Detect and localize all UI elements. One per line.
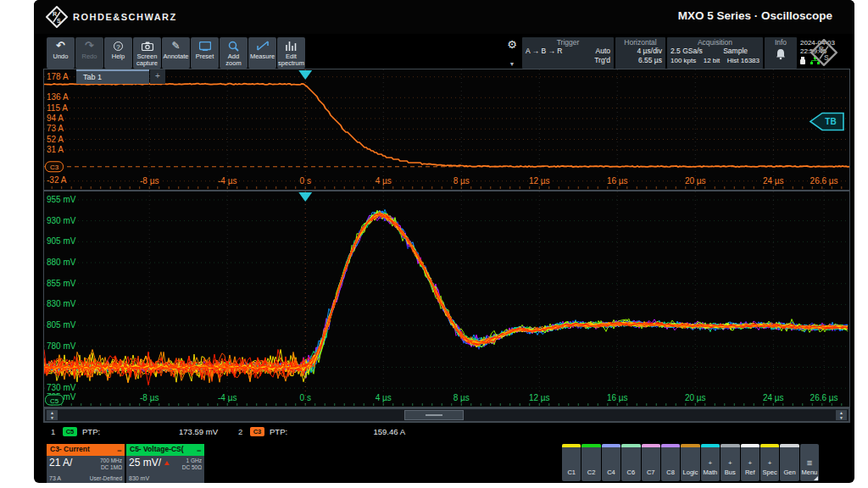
c5-persistence-trace	[44, 214, 848, 374]
clip-warning-icon	[164, 461, 170, 465]
dock-button-logic[interactable]: Logic	[681, 444, 699, 481]
y-tick-label: 115 A	[47, 103, 68, 113]
channel-box-body[interactable]: 21 A/700 MHzDC 1MΩ73 AUser-Defined	[47, 456, 125, 483]
horizontal-scale: 4 µs/div	[619, 47, 662, 56]
minimize-icon[interactable]: ▁	[197, 445, 201, 456]
scrollbar-right-arrows[interactable]: ▲▼	[836, 410, 847, 420]
annotate-icon: ✎	[171, 40, 180, 52]
tab-1[interactable]: Tab 1	[76, 69, 149, 84]
horizontal-status-panel[interactable]: Horizontal 4 µs/div 6.55 µs	[615, 37, 665, 69]
horizontal-title: Horizontal	[619, 39, 662, 47]
toolbar-button-label: Screen capture	[133, 53, 161, 67]
horizontal-scrollbar[interactable]: ▲▼ ▲▼	[44, 408, 849, 422]
scrollbar-grip	[426, 414, 442, 416]
rohde-schwarz-logo-icon: R S	[46, 6, 68, 28]
acquisition-status-panel[interactable]: Acquisition 2.5 GSa/s Sample 100 kpts 12…	[667, 37, 763, 69]
dock-button-label: Bus	[725, 469, 736, 476]
dock-button-label: Math	[704, 469, 718, 476]
c5-persistence-trace	[44, 213, 848, 371]
menu-icon: ≡	[807, 458, 812, 467]
channel-box-body[interactable]: 25 mV/1 GHzDC 50Ω830 mV	[126, 456, 204, 483]
toolbar-config[interactable]: ⚙ ▼	[505, 37, 519, 69]
toolbar-button-label: Edit spectrum	[277, 53, 305, 67]
x-tick-label: -4 µs	[218, 393, 236, 402]
measure-button[interactable]: Measure	[248, 37, 276, 69]
x-tick-label: 12 µs	[529, 393, 550, 402]
gear-icon[interactable]: ⚙	[507, 39, 517, 50]
acq-history: Hist 16383	[727, 56, 760, 65]
c5-persistence-trace	[44, 214, 848, 383]
x-tick-label: 8 µs	[453, 393, 470, 402]
scrollbar-handle[interactable]	[404, 410, 464, 420]
resize-corner-icon	[814, 476, 818, 480]
dock-button-c7[interactable]: C7	[642, 444, 660, 481]
dock-button-c2[interactable]: C2	[581, 444, 600, 481]
dock-button-c1[interactable]: C1	[562, 444, 581, 481]
trigger-position-marker[interactable]	[298, 70, 312, 80]
add-tab-button[interactable]: +	[150, 69, 165, 84]
help-button[interactable]: ?Help	[104, 37, 132, 69]
dock-button-label: Menu	[802, 469, 818, 476]
minimize-icon[interactable]: ▁	[117, 445, 121, 456]
dock-button-spec[interactable]: +Spec	[760, 444, 779, 481]
scrollbar-left-arrows[interactable]: ▲▼	[47, 410, 58, 420]
channel-box-c5[interactable]: C5- Voltage-CS(▁25 mV/1 GHzDC 50Ω830 mV	[126, 444, 204, 483]
preset-button[interactable]: Preset	[191, 37, 219, 69]
channel-box-title-c3[interactable]: C3- Current▁	[47, 444, 125, 456]
channel-box-c3[interactable]: C3- Current▁21 A/700 MHzDC 1MΩ73 AUser-D…	[47, 444, 125, 483]
undo-button[interactable]: ↶Undo	[47, 37, 75, 69]
dock-button-label: C8	[666, 469, 675, 476]
dock-button-bus[interactable]: +Bus	[721, 444, 739, 481]
add-plus-icon: +	[748, 460, 752, 467]
c5-persistence-trace	[44, 214, 848, 374]
trigger-status-panel[interactable]: Trigger A → B → R Auto Trg'd	[522, 37, 614, 69]
channel-box-title-c5[interactable]: C5- Voltage-CS(▁	[126, 444, 204, 456]
screen-capture-button[interactable]: Screen capture	[133, 37, 161, 69]
y-tick-label: 730 mV	[47, 383, 76, 392]
channel-probe-mode: User-Defined	[90, 475, 122, 481]
dock-button-menu[interactable]: ≡Menu	[800, 444, 819, 481]
dock-button-label: C1	[567, 469, 576, 476]
c5-persistence-trace	[44, 211, 848, 373]
channel-color-stripe	[681, 444, 699, 447]
current-waveform-panel[interactable]: -8 µs-4 µs0 s4 µs8 µs12 µs16 µs20 µs24 µ…	[44, 69, 849, 190]
dock-button-label: Logic	[683, 469, 698, 476]
chevron-down-icon[interactable]: ▼	[509, 61, 515, 67]
voltage-waveform-panel[interactable]: -8 µs-4 µs0 s4 µs8 µs12 µs16 µs20 µs24 µ…	[44, 191, 849, 407]
y-tick-label: 855 mV	[47, 279, 76, 288]
brand-text: ROHDE&SCHWARZ	[73, 12, 177, 22]
trigger-sequence: A → B → R	[526, 47, 562, 65]
dock-button-math[interactable]: +Math	[701, 444, 720, 481]
add-plus-icon: +	[709, 460, 713, 467]
y-tick-label: 805 mV	[47, 320, 76, 330]
dock-button-c8[interactable]: C8	[661, 444, 680, 481]
acq-record-length: 100 kpts	[670, 56, 696, 65]
add-zoom-button[interactable]: Add zoom	[220, 37, 248, 69]
timebase-marker[interactable]: TB	[810, 113, 843, 130]
y-tick-label: 830 mV	[47, 299, 76, 308]
c5-persistence-trace	[44, 212, 848, 371]
trigger-position-marker[interactable]	[298, 192, 312, 202]
c5-persistence-trace	[44, 214, 848, 379]
toolbar-buttons: ↶Undo↷Redo?HelpScreen capture✎AnnotatePr…	[47, 37, 305, 69]
c3-current-trace[interactable]	[44, 84, 849, 168]
x-tick-label: -4 µs	[218, 176, 236, 186]
c5-channel-marker[interactable]: C5	[46, 395, 64, 405]
edit-spectrum-button[interactable]: Edit spectrum	[277, 37, 305, 69]
info-status-panel[interactable]: Info	[765, 37, 797, 69]
y-tick-label: 930 mV	[47, 216, 76, 225]
dock-button-gen[interactable]: Gen	[780, 444, 798, 481]
channel-box-title-text: C5- Voltage-CS(	[130, 445, 184, 456]
c5-persistence-trace	[44, 214, 848, 379]
c3-channel-marker[interactable]: C3	[46, 162, 64, 172]
add-plus-icon: +	[728, 460, 732, 467]
annotate-button[interactable]: ✎Annotate	[162, 37, 190, 69]
dock-button-c4[interactable]: C4	[602, 444, 620, 481]
x-tick-label: 20 µs	[685, 393, 706, 402]
c5-persistence-trace	[44, 213, 848, 372]
x-tick-label: 12 µs	[529, 176, 550, 186]
redo-button[interactable]: ↷Redo	[75, 37, 103, 69]
dock-button-c6[interactable]: C6	[621, 444, 640, 481]
dock-button-ref[interactable]: +Ref	[741, 444, 760, 481]
c5-persistence-trace	[44, 214, 848, 380]
